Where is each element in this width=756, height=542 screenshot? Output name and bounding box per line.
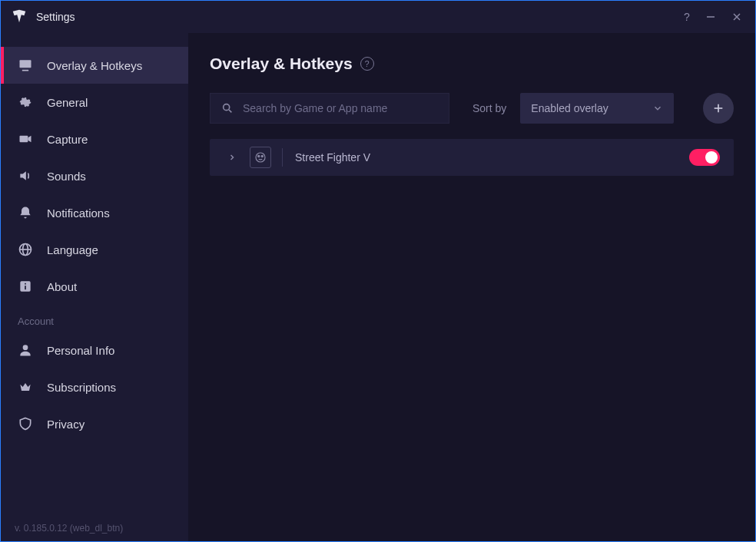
svg-rect-5 [20, 136, 28, 142]
help-icon[interactable]: ? [360, 57, 374, 71]
page-title-row: Overlay & Hotkeys ? [210, 55, 734, 73]
sidebar-item-label: Subscriptions [47, 381, 116, 394]
svg-rect-3 [20, 60, 32, 68]
sidebar-section-account: Account [1, 305, 188, 332]
svg-point-17 [256, 153, 265, 162]
window-controls: ? [680, 11, 746, 23]
settings-window: Settings ? Overlay & Hotkeys [0, 0, 756, 542]
sidebar-item-general[interactable]: General [1, 84, 188, 121]
main-content: Overlay & Hotkeys ? Sort by Enabled over… [188, 33, 755, 541]
sidebar-item-label: Personal Info [47, 344, 114, 357]
chevron-down-icon [652, 103, 663, 114]
bell-icon [18, 205, 33, 220]
sidebar: Overlay & Hotkeys General Capture Sounds [1, 33, 188, 541]
add-button[interactable] [703, 93, 734, 124]
svg-point-18 [258, 155, 260, 157]
sidebar-item-label: Privacy [47, 418, 85, 431]
sort-select-value: Enabled overlay [531, 102, 608, 114]
gear-icon [18, 94, 33, 110]
search-input[interactable] [243, 102, 438, 114]
game-name: Street Fighter V [295, 151, 677, 164]
speaker-icon [18, 168, 33, 183]
svg-point-19 [261, 155, 263, 157]
svg-rect-11 [25, 286, 26, 289]
minimize-button[interactable] [706, 12, 720, 21]
close-button[interactable] [732, 12, 746, 21]
monitor-icon [18, 58, 33, 73]
sidebar-item-label: About [47, 280, 77, 293]
search-icon [221, 102, 234, 114]
svg-rect-10 [25, 283, 26, 285]
svg-point-13 [224, 104, 230, 111]
divider [282, 148, 283, 167]
overlay-toggle[interactable] [689, 149, 720, 166]
sidebar-item-notifications[interactable]: Notifications [1, 194, 188, 231]
game-icon [250, 147, 271, 168]
svg-line-14 [229, 110, 231, 112]
person-icon [18, 342, 33, 358]
sidebar-item-overlay-hotkeys[interactable]: Overlay & Hotkeys [1, 47, 188, 84]
sidebar-item-about[interactable]: About [1, 268, 188, 305]
app-logo-icon [10, 8, 28, 26]
page-title: Overlay & Hotkeys [210, 55, 353, 73]
search-box[interactable] [210, 93, 449, 124]
globe-icon [18, 242, 33, 257]
toolbar: Sort by Enabled overlay [210, 93, 734, 124]
crown-icon [18, 379, 33, 395]
sidebar-item-label: General [47, 96, 88, 109]
sidebar-item-label: Notifications [47, 207, 110, 220]
chevron-right-icon[interactable] [227, 153, 237, 162]
sidebar-item-label: Capture [47, 133, 88, 146]
sidebar-item-label: Language [47, 243, 98, 256]
sidebar-item-capture[interactable]: Capture [1, 121, 188, 157]
window-body: Overlay & Hotkeys General Capture Sounds [1, 33, 755, 541]
window-title: Settings [36, 11, 680, 23]
sidebar-item-label: Overlay & Hotkeys [47, 59, 142, 72]
camera-icon [18, 131, 33, 147]
sidebar-item-subscriptions[interactable]: Subscriptions [1, 368, 188, 405]
version-label: v. 0.185.0.12 (web_dl_btn) [15, 523, 123, 534]
game-row[interactable]: Street Fighter V [210, 139, 734, 176]
sidebar-item-label: Sounds [47, 170, 86, 183]
shield-icon [18, 416, 33, 431]
sidebar-item-personal-info[interactable]: Personal Info [1, 332, 188, 368]
sidebar-item-language[interactable]: Language [1, 231, 188, 268]
sidebar-item-sounds[interactable]: Sounds [1, 157, 188, 194]
sidebar-item-privacy[interactable]: Privacy [1, 405, 188, 442]
titlebar: Settings ? [1, 1, 755, 33]
sort-select[interactable]: Enabled overlay [520, 93, 674, 124]
svg-point-12 [23, 345, 28, 350]
help-button[interactable]: ? [680, 11, 694, 23]
info-icon [18, 279, 33, 294]
sort-by-label: Sort by [472, 102, 506, 114]
